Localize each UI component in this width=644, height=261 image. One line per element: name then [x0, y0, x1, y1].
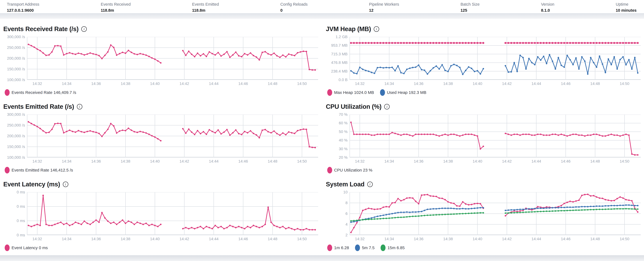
- legend-dot-icon: [380, 244, 386, 251]
- plot-area[interactable]: [27, 192, 318, 235]
- plot-area[interactable]: [27, 115, 318, 157]
- y-tick-label: 100,000 /s: [7, 155, 25, 160]
- info-icon[interactable]: i: [77, 104, 82, 109]
- chart-canvas[interactable]: [27, 192, 318, 235]
- legend-item: 5m 7.5: [355, 244, 374, 251]
- stat-value: 10 minutes: [616, 8, 636, 13]
- y-tick-label: 4: [345, 222, 348, 226]
- node-summary-bar: Transport Address 127.0.0.1:9600 Events …: [0, 0, 644, 14]
- info-icon[interactable]: i: [374, 26, 379, 32]
- x-axis-labels: 14:3214:3414:3614:3814:4014:4214:4414:46…: [350, 235, 641, 242]
- x-tick-label: 14:46: [238, 82, 248, 86]
- legend-item: 1m 6.28: [327, 244, 349, 251]
- x-tick-label: 14:32: [32, 237, 42, 241]
- y-tick-label: 238.4 MB: [331, 69, 348, 74]
- chart-title: Event Latency (ms): [3, 180, 60, 188]
- x-tick-label: 14:46: [561, 159, 570, 164]
- plot-area[interactable]: [350, 37, 641, 80]
- y-tick-label: 715.3 MB: [331, 52, 348, 56]
- legend-label: 5m 7.5: [362, 245, 374, 250]
- x-tick-label: 14:48: [590, 159, 600, 164]
- y-tick-label: 0.0 B: [339, 78, 348, 82]
- y-axis-labels: 70 %60 %50 %40 %30 %20 %: [326, 115, 350, 157]
- x-tick-label: 14:36: [414, 237, 424, 241]
- y-tick-label: 150,000 /s: [7, 145, 25, 149]
- x-tick-label: 14:38: [443, 82, 453, 86]
- legend: Events Received Rate 146,409.7 /s: [5, 89, 318, 96]
- stat-value: 127.0.0.1:9600: [7, 8, 39, 13]
- y-tick-label: 300,000 /s: [7, 35, 25, 39]
- x-tick-label: 14:44: [209, 237, 218, 241]
- charts-panel: Events Received Rate (/s)i300,000 /s250,…: [0, 19, 644, 255]
- plot-area[interactable]: [27, 37, 318, 80]
- x-tick-label: 14:40: [473, 237, 482, 241]
- plot-row: 300,000 /s250,000 /s200,000 /s150,000 /s…: [3, 37, 318, 80]
- x-tick-label: 14:50: [297, 237, 307, 241]
- stat-label: Uptime: [616, 2, 636, 7]
- plot-area[interactable]: [350, 115, 641, 157]
- legend-dot-icon: [327, 89, 332, 96]
- y-tick-label: 2: [345, 233, 348, 237]
- x-tick-label: 14:38: [121, 159, 130, 164]
- stat-label: Version: [541, 2, 554, 7]
- chart-title-row: CPU Utilization (%)i: [326, 103, 641, 110]
- chart-canvas[interactable]: [350, 192, 641, 235]
- chart-4: Event Latency (ms)i0 ms0 ms0 ms0 ms14:32…: [3, 174, 318, 252]
- y-tick-label: 100,000 /s: [7, 78, 25, 82]
- x-tick-label: 14:32: [32, 159, 42, 164]
- legend-dot-icon: [5, 89, 10, 96]
- info-icon[interactable]: i: [81, 26, 87, 32]
- legend-label: Max Heap 1024.0 MB: [334, 90, 374, 95]
- y-axis-labels: 0 ms0 ms0 ms0 ms: [3, 192, 27, 235]
- plot-area[interactable]: [350, 192, 641, 235]
- y-tick-label: 200,000 /s: [7, 134, 25, 138]
- x-tick-label: 14:44: [532, 159, 541, 164]
- chart-canvas[interactable]: [27, 37, 318, 80]
- legend-label: Event Latency 0 ms: [12, 245, 48, 250]
- stat-value: 8.1.0: [541, 8, 554, 13]
- x-tick-label: 14:44: [532, 82, 541, 86]
- x-tick-label: 14:38: [121, 237, 130, 241]
- legend-dot-icon: [5, 244, 10, 251]
- y-tick-label: 1.2 GB: [336, 35, 348, 39]
- x-tick-label: 14:42: [502, 82, 512, 86]
- chart-canvas[interactable]: [350, 37, 641, 80]
- stat-value: 12: [369, 8, 399, 13]
- stat-label: Batch Size: [460, 2, 480, 7]
- legend: Event Latency 0 ms: [5, 244, 318, 252]
- x-tick-label: 14:34: [62, 159, 72, 164]
- x-tick-label: 14:38: [443, 237, 453, 241]
- chart-1: JVM Heap (MB)i1.2 GB953.7 MB715.3 MB476.…: [326, 19, 641, 96]
- chart-5: System Loadi10864214:3214:3414:3614:3814…: [326, 174, 641, 252]
- y-tick-label: 40 %: [339, 138, 348, 142]
- chart-canvas[interactable]: [350, 115, 641, 157]
- chart-title-row: Events Received Rate (/s)i: [3, 25, 318, 33]
- legend: Max Heap 1024.0 MBUsed Heap 192.3 MB: [327, 89, 641, 96]
- chart-0: Events Received Rate (/s)i300,000 /s250,…: [3, 19, 318, 96]
- plot-row: 1.2 GB953.7 MB715.3 MB476.8 MB238.4 MB0.…: [326, 37, 641, 80]
- chart-title-row: JVM Heap (MB)i: [326, 25, 641, 33]
- stat-label: Events Emitted: [192, 2, 219, 7]
- chart-canvas[interactable]: [27, 115, 318, 157]
- y-tick-label: 0 ms: [17, 233, 25, 237]
- x-tick-label: 14:40: [150, 237, 160, 241]
- x-tick-label: 14:36: [91, 82, 101, 86]
- x-tick-label: 14:36: [414, 82, 424, 86]
- y-tick-label: 300,000 /s: [7, 112, 25, 117]
- chart-title: Events Emitted Rate (/s): [3, 103, 74, 110]
- legend-label: CPU Utilization 23 %: [334, 168, 372, 172]
- chart-2: Events Emitted Rate (/s)i300,000 /s250,0…: [3, 96, 318, 174]
- info-icon[interactable]: i: [367, 182, 373, 187]
- info-icon[interactable]: i: [63, 182, 68, 187]
- y-tick-label: 30 %: [339, 147, 348, 151]
- y-tick-label: 953.7 MB: [331, 43, 348, 48]
- y-tick-label: 250,000 /s: [7, 46, 25, 50]
- y-tick-label: 0 ms: [17, 219, 25, 223]
- info-icon[interactable]: i: [384, 104, 390, 109]
- x-tick-label: 14:42: [502, 159, 512, 164]
- legend-item: Event Latency 0 ms: [5, 244, 48, 251]
- x-tick-label: 14:34: [384, 237, 394, 241]
- stat-label: Config Reloads: [280, 2, 308, 7]
- legend: 1m 6.285m 7.515m 6.85: [327, 244, 641, 252]
- stat-pipeline-workers: Pipeline Workers 12: [369, 2, 399, 13]
